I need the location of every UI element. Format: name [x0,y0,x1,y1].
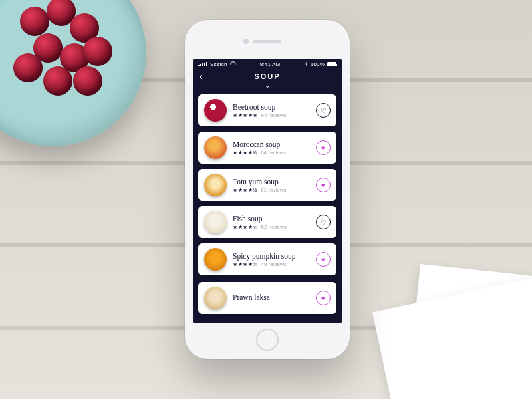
recipe-card[interactable]: Spicy pumpkin soup★★★★☆49 reviews♥ [198,243,336,275]
recipe-card[interactable]: Fish soup★★★★☆52 reviews♡ [198,206,336,238]
battery-pct: 100% [311,61,325,67]
status-bar: Sketch 9:41 AM ᚼ 100% [193,59,342,68]
recipe-name: Tom yum soup [233,178,310,186]
star-rating: ★★★★☆ [233,261,258,267]
carrier-label: Sketch [210,61,227,67]
chevron-down-icon[interactable]: ⌄ [193,82,342,89]
review-count: 64 reviews [261,150,286,156]
recipe-info: Beetroot soup★★★★★94 reviews [233,103,310,118]
recipe-card[interactable]: Moroccan soup★★★★½64 reviews♥ [198,132,336,164]
favorite-button[interactable]: ♥ [316,291,331,305]
phone-camera [243,39,249,44]
recipe-list[interactable]: Beetroot soup★★★★★94 reviews♡Moroccan so… [193,94,342,323]
recipe-name: Beetroot soup [233,103,310,111]
recipe-card[interactable]: Beetroot soup★★★★★94 reviews♡ [198,94,336,126]
favorite-button[interactable]: ♡ [316,215,331,229]
recipe-card[interactable]: Tom yum soup★★★★½61 reviews♥ [198,169,336,201]
signal-icon [198,62,207,66]
phone-speaker [253,40,281,43]
favorite-button[interactable]: ♥ [316,140,331,155]
page-title: SOUP [193,72,342,80]
review-count: 94 reviews [261,112,287,118]
recipe-name: Moroccan soup [233,140,310,148]
star-rating: ★★★★☆ [233,224,258,230]
star-rating: ★★★★½ [233,187,257,193]
recipe-name: Spicy pumpkin soup [233,252,310,260]
wifi-icon [230,61,236,67]
recipe-thumb [204,174,227,196]
back-button[interactable]: ‹ [200,71,203,82]
favorite-button[interactable]: ♡ [316,103,331,118]
recipe-name: Fish soup [233,215,310,223]
recipe-card[interactable]: Prawn laksa♥ [198,282,336,314]
recipe-info: Tom yum soup★★★★½61 reviews [233,178,310,193]
recipe-thumb [204,211,227,233]
recipe-thumb [204,136,227,159]
phone-frame: Sketch 9:41 AM ᚼ 100% ‹ SOUP ⌄ Beetroot … [185,20,350,359]
home-button[interactable] [256,329,279,351]
review-count: 52 reviews [261,224,287,230]
star-rating: ★★★★★ [233,112,258,118]
recipe-thumb [204,99,227,122]
recipe-info: Spicy pumpkin soup★★★★☆49 reviews [233,252,310,267]
recipe-thumb [204,248,227,271]
review-count: 49 reviews [261,261,287,267]
header: ‹ SOUP ⌄ [193,68,342,94]
recipe-thumb [204,287,227,309]
star-rating: ★★★★½ [233,150,257,156]
status-time: 9:41 AM [260,61,281,67]
bluetooth-icon: ᚼ [305,61,308,67]
recipe-info: Prawn laksa [233,293,310,303]
recipe-info: Moroccan soup★★★★½64 reviews [233,140,310,156]
favorite-button[interactable]: ♥ [316,252,331,267]
review-count: 61 reviews [261,187,286,193]
battery-icon [327,62,336,66]
recipe-name: Prawn laksa [233,293,310,301]
recipe-info: Fish soup★★★★☆52 reviews [233,215,310,230]
app-screen: Sketch 9:41 AM ᚼ 100% ‹ SOUP ⌄ Beetroot … [193,59,342,323]
favorite-button[interactable]: ♥ [316,178,331,192]
